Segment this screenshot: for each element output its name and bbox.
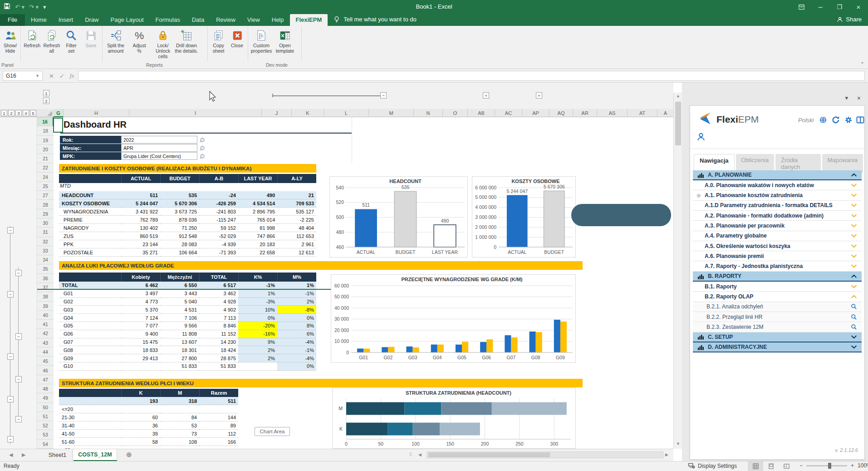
ribbon-display-options-icon[interactable]: [792, 0, 811, 14]
sheet-tab-costs_12m[interactable]: COSTS_12M: [74, 449, 117, 461]
refresh-button[interactable]: Refresh: [22, 28, 42, 48]
row-header-25[interactable]: 25: [37, 182, 54, 191]
chevron-up-icon[interactable]: [851, 273, 857, 279]
restore-button[interactable]: ❐: [830, 0, 849, 14]
row-group-collapse-icon[interactable]: −: [7, 227, 14, 233]
filter-set-button[interactable]: Filterset: [62, 28, 81, 54]
gear-icon[interactable]: [844, 116, 853, 126]
chevron-down-icon[interactable]: [851, 192, 857, 198]
chevron-down-icon[interactable]: [851, 283, 857, 290]
nav-item-a.6.[interactable]: A.6. Planowanie premii: [693, 251, 862, 261]
row-header-16[interactable]: 16: [37, 117, 54, 126]
page-layout-view-icon[interactable]: [763, 461, 779, 471]
columns-icon[interactable]: [856, 116, 864, 126]
ribbon-tab-view[interactable]: View: [241, 14, 266, 26]
chevron-down-icon[interactable]: [851, 263, 857, 269]
filter-value[interactable]: APR: [121, 144, 197, 152]
nav-section-b.[interactable]: B. RAPORTY: [693, 272, 862, 282]
chart-koszty[interactable]: 01 000 0002 000 0003 000 0004 000 0005 0…: [472, 176, 576, 258]
search-icon[interactable]: [851, 324, 857, 330]
pane-dropdown-icon[interactable]: ▾: [845, 94, 848, 101]
row-group-collapse-icon[interactable]: −: [7, 436, 14, 442]
row-header-39[interactable]: 39: [37, 302, 54, 311]
new-sheet-icon[interactable]: ⊕: [126, 451, 132, 459]
nav-item-a.4.[interactable]: A.4. Parametry globalne: [693, 231, 862, 241]
globe-icon[interactable]: [819, 116, 827, 126]
nav-item-a.1.d[interactable]: A.1.D Parametry zatrudnienia - formatka …: [693, 201, 862, 211]
nav-sub-b.2.1.[interactable]: B.2.1. Analiza odchyleń: [693, 302, 862, 312]
minimize-button[interactable]: ─: [811, 0, 830, 14]
nav-item-a.3.[interactable]: A.3. Planowanie per pracownik: [693, 221, 862, 231]
row-header-24[interactable]: 24: [37, 173, 54, 182]
column-header-O[interactable]: O: [443, 109, 468, 117]
column-header-AB[interactable]: AB: [468, 109, 495, 117]
row-header-20[interactable]: 20: [37, 145, 54, 154]
ribbon-tab-formulas[interactable]: Formulas: [150, 14, 186, 26]
row-header-48[interactable]: 48: [37, 384, 54, 393]
copy-sheet-button[interactable]: Copysheet: [209, 28, 228, 54]
row-header-31[interactable]: 31: [37, 228, 54, 237]
row-outline-level-2[interactable]: 2: [8, 110, 15, 116]
open-template-button[interactable]: Opentemplate: [273, 28, 297, 54]
refresh-all-button[interactable]: Refreshall: [42, 28, 61, 54]
nav-item-a.7.[interactable]: A.7. Raporty - Jednostka planistyczna: [693, 262, 862, 272]
ribbon-tab-help[interactable]: Help: [266, 14, 290, 26]
filter-value[interactable]: 2022: [121, 136, 197, 144]
nav-item-a.5.[interactable]: A.5. Określenie wartości koszyka: [693, 241, 862, 251]
col-group-expand-icon[interactable]: +: [536, 92, 542, 99]
custom-properties-button[interactable]: Customproperties: [250, 28, 273, 54]
sheet-nav-right-icon[interactable]: ▶: [22, 452, 25, 458]
row-header-30[interactable]: 30: [37, 218, 54, 228]
hscroll-left-icon[interactable]: ◀: [418, 452, 422, 457]
ribbon-tab-file[interactable]: File: [0, 14, 25, 26]
chevron-down-icon[interactable]: [851, 182, 857, 188]
sheet-nav-left-icon[interactable]: ◀: [9, 452, 13, 458]
sheet-tab-sheet1[interactable]: Sheet1: [43, 449, 73, 461]
ribbon-tab-home[interactable]: Home: [25, 14, 53, 26]
search-icon[interactable]: [851, 314, 857, 320]
row-header-45[interactable]: 45: [37, 357, 54, 366]
search-icon[interactable]: [851, 303, 857, 310]
row-header-50[interactable]: 50: [37, 403, 54, 412]
row-header-52[interactable]: 52: [37, 421, 54, 430]
column-header-AC[interactable]: AC: [495, 109, 522, 117]
nav-item-a.2.[interactable]: A.2. Planowanie - formatki dodatkowe (ad…: [693, 211, 862, 221]
row-header-43[interactable]: 43: [37, 338, 54, 347]
row-header-33[interactable]: 33: [37, 246, 54, 255]
hscroll-thumb[interactable]: [428, 452, 550, 457]
refresh-icon[interactable]: [832, 116, 840, 126]
ribbon-tab-insert[interactable]: Insert: [53, 14, 79, 26]
chart-struktura[interactable]: STRUKTURA ZATRUDNIENIA (HEADCOUNT)050100…: [332, 388, 576, 449]
name-box[interactable]: G16▼: [3, 71, 43, 81]
zoom-level[interactable]: 100%: [858, 462, 868, 469]
chevron-down-icon[interactable]: [851, 253, 857, 259]
chevron-down-icon[interactable]: [851, 233, 857, 239]
nav-item-a.1.[interactable]: A.1. Planowanie kosztów zatrudnienia: [693, 191, 862, 201]
collapse-ribbon-icon[interactable]: ⌃: [860, 61, 864, 67]
ribbon-tab-page-layout[interactable]: Page Layout: [105, 14, 150, 26]
column-header-A[interactable]: A: [657, 109, 674, 117]
page-break-view-icon[interactable]: [779, 461, 794, 471]
formula-input[interactable]: [78, 71, 865, 81]
row-header-53[interactable]: 53: [37, 430, 54, 439]
row-outline-level-5[interactable]: 5: [30, 110, 36, 116]
cancel-icon[interactable]: ✕: [49, 73, 54, 79]
col-outline-level-2[interactable]: 2: [43, 98, 49, 104]
nav-item-b.1.[interactable]: B.1. Raporty: [693, 282, 862, 292]
enter-icon[interactable]: ✓: [59, 73, 64, 79]
column-header-AP[interactable]: AP: [522, 109, 549, 117]
zoom-slider[interactable]: [806, 465, 847, 466]
column-header-AT[interactable]: AT: [628, 109, 657, 117]
user-icon[interactable]: [696, 132, 706, 143]
close-button[interactable]: ×: [849, 0, 868, 14]
chevron-down-icon[interactable]: [851, 334, 857, 340]
ribbon-tab-data[interactable]: Data: [186, 14, 210, 26]
split-the-amount-button[interactable]: Split theamount: [104, 28, 128, 54]
col-outline-level-1[interactable]: 1: [43, 90, 49, 96]
column-header-H[interactable]: H: [64, 109, 129, 117]
row-group-collapse-icon[interactable]: −: [15, 376, 22, 382]
row-header-21[interactable]: 21: [37, 154, 54, 163]
row-header-32[interactable]: 32: [37, 237, 54, 246]
hscroll-right-icon[interactable]: ▶: [665, 452, 668, 457]
column-header-K[interactable]: K: [292, 109, 324, 117]
